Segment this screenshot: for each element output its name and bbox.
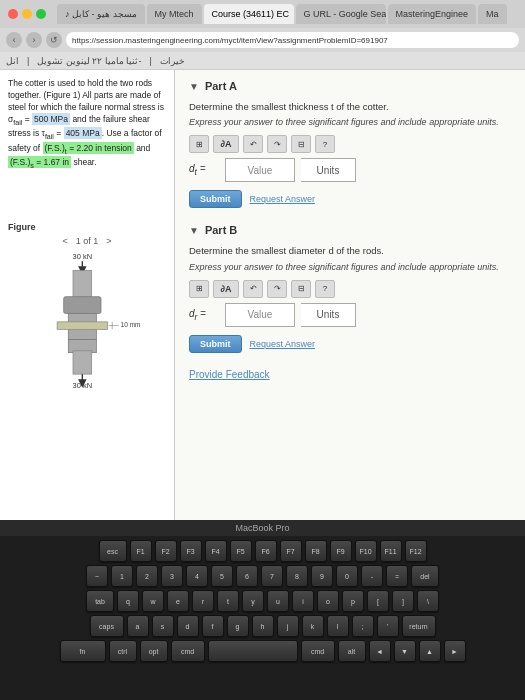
part-b-request-answer[interactable]: Request Answer bbox=[250, 339, 316, 349]
key-fn[interactable]: fn bbox=[60, 640, 106, 662]
part-a-units-input[interactable]: Units bbox=[301, 158, 356, 182]
key-y[interactable]: y bbox=[242, 590, 264, 612]
refresh-button[interactable]: ↺ bbox=[46, 32, 62, 48]
key-f5[interactable]: F5 bbox=[230, 540, 252, 562]
key-q[interactable]: q bbox=[117, 590, 139, 612]
key-cmd-left[interactable]: cmd bbox=[171, 640, 205, 662]
key-lbracket[interactable]: [ bbox=[367, 590, 389, 612]
figure-prev[interactable]: < bbox=[62, 236, 67, 246]
key-4[interactable]: 4 bbox=[186, 565, 208, 587]
key-f8[interactable]: F8 bbox=[305, 540, 327, 562]
key-p[interactable]: p bbox=[342, 590, 364, 612]
part-a-request-answer[interactable]: Request Answer bbox=[250, 194, 316, 204]
key-down[interactable]: ▼ bbox=[394, 640, 416, 662]
key-opt[interactable]: opt bbox=[140, 640, 168, 662]
part-b-toolbar-table-btn[interactable]: ⊞ bbox=[189, 280, 209, 298]
key-j[interactable]: j bbox=[277, 615, 299, 637]
key-t[interactable]: t bbox=[217, 590, 239, 612]
key-left[interactable]: ◄ bbox=[369, 640, 391, 662]
key-7[interactable]: 7 bbox=[261, 565, 283, 587]
part-b-units-input[interactable]: Units bbox=[301, 303, 356, 327]
part-b-toolbar-help-btn[interactable]: ? bbox=[315, 280, 335, 298]
key-6[interactable]: 6 bbox=[236, 565, 258, 587]
toolbar-table-btn[interactable]: ⊞ bbox=[189, 135, 209, 153]
key-return[interactable]: return bbox=[402, 615, 436, 637]
key-3[interactable]: 3 bbox=[161, 565, 183, 587]
key-i[interactable]: i bbox=[292, 590, 314, 612]
key-l[interactable]: l bbox=[327, 615, 349, 637]
key-f12[interactable]: F12 bbox=[405, 540, 427, 562]
key-g[interactable]: g bbox=[227, 615, 249, 637]
key-tilde[interactable]: ~ bbox=[86, 565, 108, 587]
key-quote[interactable]: ' bbox=[377, 615, 399, 637]
key-tab[interactable]: tab bbox=[86, 590, 114, 612]
close-button[interactable] bbox=[8, 9, 18, 19]
part-b-toolbar-mu-btn[interactable]: ∂A bbox=[213, 280, 239, 298]
key-del[interactable]: del bbox=[411, 565, 439, 587]
key-f11[interactable]: F11 bbox=[380, 540, 402, 562]
key-9[interactable]: 9 bbox=[311, 565, 333, 587]
key-8[interactable]: 8 bbox=[286, 565, 308, 587]
key-u[interactable]: u bbox=[267, 590, 289, 612]
key-space[interactable] bbox=[208, 640, 298, 662]
menu-item-main[interactable]: ثنیا مامیا ۲۲ لینوین تشویل- bbox=[37, 56, 141, 66]
key-f7[interactable]: F7 bbox=[280, 540, 302, 562]
key-r[interactable]: r bbox=[192, 590, 214, 612]
toolbar-redo-btn[interactable]: ↷ bbox=[267, 135, 287, 153]
key-1[interactable]: 1 bbox=[111, 565, 133, 587]
key-w[interactable]: w bbox=[142, 590, 164, 612]
provide-feedback-link[interactable]: Provide Feedback bbox=[189, 369, 511, 380]
part-b-toolbar-undo-btn[interactable]: ↶ bbox=[243, 280, 263, 298]
key-rbracket[interactable]: ] bbox=[392, 590, 414, 612]
key-d[interactable]: d bbox=[177, 615, 199, 637]
key-f[interactable]: f bbox=[202, 615, 224, 637]
key-equal[interactable]: = bbox=[386, 565, 408, 587]
key-f2[interactable]: F2 bbox=[155, 540, 177, 562]
address-input[interactable]: https://session.masteringengineering.com… bbox=[66, 32, 519, 48]
key-f9[interactable]: F9 bbox=[330, 540, 352, 562]
key-f3[interactable]: F3 bbox=[180, 540, 202, 562]
key-backslash[interactable]: \ bbox=[417, 590, 439, 612]
key-alt[interactable]: alt bbox=[338, 640, 366, 662]
part-b-submit-button[interactable]: Submit bbox=[189, 335, 242, 353]
tab-3[interactable]: Course (34611) EC bbox=[204, 4, 294, 24]
maximize-button[interactable] bbox=[36, 9, 46, 19]
key-up[interactable]: ▲ bbox=[419, 640, 441, 662]
key-ctrl[interactable]: ctrl bbox=[109, 640, 137, 662]
key-5[interactable]: 5 bbox=[211, 565, 233, 587]
tab-1[interactable]: ♪ مسجد هیو - کابل bbox=[57, 4, 145, 24]
key-f1[interactable]: F1 bbox=[130, 540, 152, 562]
key-f10[interactable]: F10 bbox=[355, 540, 377, 562]
part-b-toolbar-redo-btn[interactable]: ↷ bbox=[267, 280, 287, 298]
key-0[interactable]: 0 bbox=[336, 565, 358, 587]
part-a-submit-button[interactable]: Submit bbox=[189, 190, 242, 208]
toolbar-mu-btn[interactable]: ∂A bbox=[213, 135, 239, 153]
key-minus[interactable]: - bbox=[361, 565, 383, 587]
menu-item-home[interactable]: انل bbox=[6, 56, 19, 66]
tab-2[interactable]: My Mtech bbox=[147, 4, 202, 24]
toolbar-undo-btn[interactable]: ↶ bbox=[243, 135, 263, 153]
key-s[interactable]: s bbox=[152, 615, 174, 637]
key-f6[interactable]: F6 bbox=[255, 540, 277, 562]
toolbar-help-btn[interactable]: ? bbox=[315, 135, 335, 153]
key-h[interactable]: h bbox=[252, 615, 274, 637]
key-right[interactable]: ► bbox=[444, 640, 466, 662]
figure-next[interactable]: > bbox=[106, 236, 111, 246]
key-k[interactable]: k bbox=[302, 615, 324, 637]
key-e[interactable]: e bbox=[167, 590, 189, 612]
part-b-value-input[interactable]: Value bbox=[225, 303, 295, 327]
key-caps[interactable]: caps bbox=[90, 615, 124, 637]
part-a-value-input[interactable]: Value bbox=[225, 158, 295, 182]
key-semicolon[interactable]: ; bbox=[352, 615, 374, 637]
forward-button[interactable]: › bbox=[26, 32, 42, 48]
back-button[interactable]: ‹ bbox=[6, 32, 22, 48]
minimize-button[interactable] bbox=[22, 9, 32, 19]
key-a[interactable]: a bbox=[127, 615, 149, 637]
menu-item-history[interactable]: خیرات bbox=[160, 56, 185, 66]
toolbar-minus-btn[interactable]: ⊟ bbox=[291, 135, 311, 153]
tab-6[interactable]: Ma bbox=[478, 4, 507, 24]
key-2[interactable]: 2 bbox=[136, 565, 158, 587]
tab-5[interactable]: MasteringEnginee bbox=[388, 4, 477, 24]
tab-4[interactable]: G URL - Google Sea bbox=[296, 4, 386, 24]
key-esc[interactable]: esc bbox=[99, 540, 127, 562]
